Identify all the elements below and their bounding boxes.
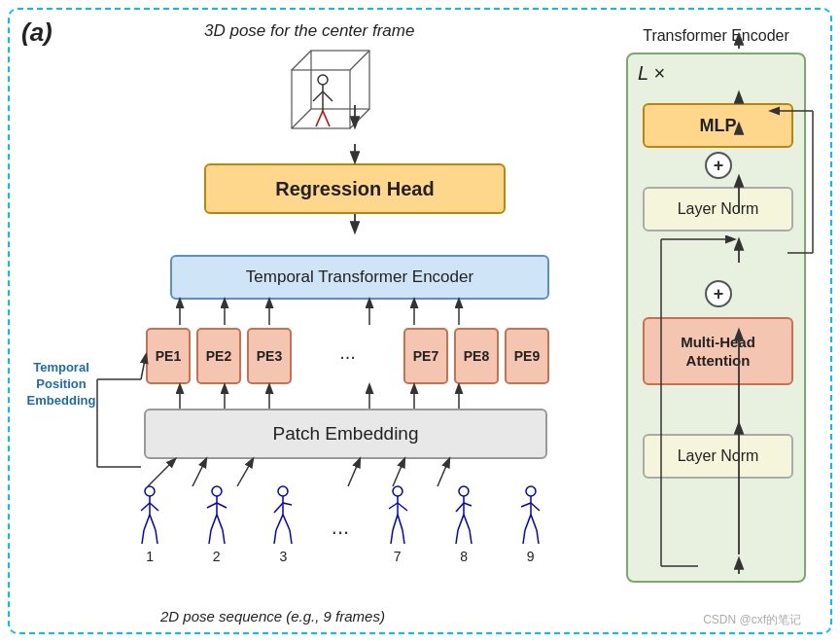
- svg-line-49: [464, 515, 470, 530]
- patch-embedding-box: Patch Embedding: [144, 409, 547, 459]
- pe-block-8: PE8: [454, 328, 499, 384]
- skeleton-svg-9: [512, 483, 549, 547]
- pe-block-9: PE9: [505, 328, 549, 384]
- svg-line-33: [283, 515, 290, 530]
- svg-line-23: [217, 503, 227, 508]
- pose-seq-label: 2D pose sequence (e.g., 9 frames): [160, 608, 385, 624]
- skeleton-dots: ···: [332, 519, 349, 564]
- transformer-panel: Transformer Encoder L × MLP + Layer Norm…: [621, 27, 811, 601]
- tpe-label-text: TemporalPositionEmbedding: [27, 360, 96, 408]
- svg-line-39: [398, 503, 407, 511]
- svg-line-16: [144, 515, 150, 530]
- transformer-title: Transformer Encoder: [621, 27, 811, 45]
- skeleton-label-1: 1: [146, 549, 154, 564]
- svg-line-18: [142, 530, 144, 544]
- svg-point-36: [393, 486, 402, 496]
- svg-line-31: [283, 503, 292, 505]
- svg-point-44: [459, 486, 469, 496]
- skeleton-svg-1: [131, 483, 168, 547]
- svg-line-42: [391, 530, 393, 544]
- pe-row: PE1 PE2 PE3 ··· PE7 PE8 PE9: [146, 327, 549, 385]
- lx-label: L ×: [638, 62, 665, 85]
- lx-label-text: L ×: [638, 62, 665, 84]
- svg-line-59: [537, 530, 539, 544]
- label-a: (a): [21, 18, 52, 48]
- skeleton-fig-2: 2: [198, 483, 235, 564]
- svg-line-41: [398, 515, 402, 530]
- regression-head-label: Regression Head: [275, 178, 434, 200]
- title-3d: 3D pose for the center frame: [204, 21, 414, 41]
- skeleton-fig-9: 9: [512, 483, 549, 564]
- svg-line-35: [290, 530, 292, 544]
- skeleton-label-7: 7: [394, 549, 402, 564]
- svg-line-46: [456, 503, 464, 512]
- svg-line-26: [209, 530, 211, 544]
- layernorm-top-box: Layer Norm: [643, 187, 793, 232]
- svg-line-34: [274, 530, 276, 544]
- skeleton-svg-2: [198, 483, 235, 547]
- skeleton-svg-8: [445, 483, 482, 547]
- skeleton-fig-3: 3: [264, 483, 301, 564]
- mlp-label: MLP: [700, 116, 737, 136]
- svg-line-17: [150, 515, 156, 530]
- svg-line-54: [521, 503, 531, 507]
- skeleton-fig-1: 1: [131, 483, 168, 564]
- svg-line-51: [470, 530, 472, 544]
- svg-line-50: [456, 530, 458, 544]
- svg-line-22: [207, 503, 217, 508]
- svg-line-40: [393, 515, 398, 530]
- svg-point-7: [318, 75, 328, 85]
- svg-line-32: [276, 515, 283, 530]
- svg-line-8: [313, 91, 323, 101]
- skeleton-fig-8: 8: [445, 483, 482, 564]
- svg-line-19: [156, 530, 158, 544]
- add-circle-top: +: [705, 152, 732, 179]
- svg-point-52: [526, 486, 536, 496]
- skeleton-row: 1 2: [117, 486, 564, 564]
- svg-line-25: [217, 515, 223, 530]
- svg-line-58: [523, 530, 525, 544]
- svg-line-14: [141, 503, 150, 511]
- svg-line-3: [350, 51, 369, 70]
- svg-line-4: [350, 109, 369, 128]
- svg-point-28: [278, 486, 288, 496]
- svg-line-2: [292, 51, 311, 70]
- svg-line-5: [292, 109, 311, 128]
- skeleton-label-8: 8: [460, 549, 468, 564]
- svg-point-20: [212, 486, 222, 496]
- pe-block-2: PE2: [196, 328, 241, 384]
- svg-line-38: [389, 503, 398, 509]
- skeleton-label-2: 2: [213, 549, 221, 564]
- skeleton-svg-7: [379, 483, 416, 547]
- mha-box: Multi-HeadAttention: [643, 317, 793, 385]
- skeleton-fig-7: 7: [379, 483, 416, 564]
- mlp-box: MLP: [643, 103, 793, 148]
- svg-line-10: [316, 111, 323, 126]
- pe-block-1: PE1: [146, 328, 191, 384]
- svg-line-57: [531, 515, 537, 530]
- svg-line-24: [211, 515, 217, 530]
- svg-line-30: [274, 503, 283, 513]
- temporal-encoder-box: Temporal Transformer Encoder: [170, 255, 549, 300]
- svg-point-12: [145, 486, 155, 496]
- patch-embedding-label: Patch Embedding: [273, 423, 419, 445]
- pe-block-3: PE3: [247, 328, 292, 384]
- svg-line-43: [402, 530, 404, 544]
- layernorm-bot-label: Layer Norm: [678, 447, 759, 465]
- transformer-inner: L × MLP + Layer Norm + Multi-HeadAttenti…: [626, 53, 806, 583]
- regression-head-box: Regression Head: [204, 163, 506, 214]
- svg-line-48: [458, 515, 464, 530]
- skeleton-svg-3: [264, 483, 301, 547]
- add-circle-mid: +: [705, 280, 732, 307]
- layernorm-top-label: Layer Norm: [678, 200, 759, 218]
- watermark: CSDN @cxf的笔记: [703, 612, 801, 628]
- skeleton-label-9: 9: [527, 549, 535, 564]
- svg-line-15: [150, 503, 158, 511]
- svg-line-56: [525, 515, 531, 530]
- temporal-encoder-label: Temporal Transformer Encoder: [246, 268, 473, 287]
- pose-cube: [262, 41, 379, 148]
- svg-line-47: [464, 503, 472, 506]
- tpe-label: TemporalPositionEmbedding: [18, 360, 105, 410]
- pe-dots: ···: [298, 345, 398, 368]
- mha-label: Multi-HeadAttention: [681, 333, 755, 371]
